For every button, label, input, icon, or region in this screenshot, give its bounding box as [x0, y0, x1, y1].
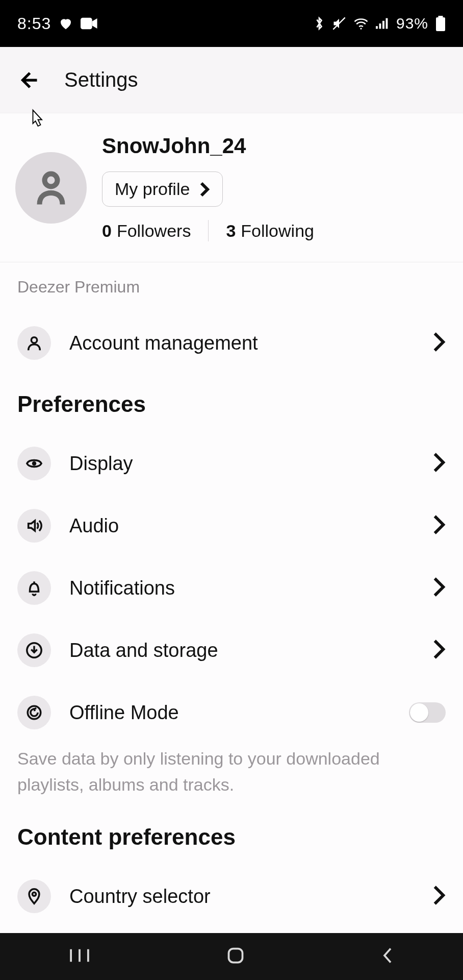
plan-label: Deezer Premium: [15, 262, 448, 312]
profile-block: SnowJohn_24 My profile 0Followers 3Follo…: [0, 113, 463, 262]
offline-icon: [17, 696, 51, 729]
followers-count: 0: [102, 221, 112, 240]
offline-mode-label: Offline Mode: [69, 702, 409, 724]
chevron-right-icon: [432, 332, 446, 354]
svg-rect-18: [228, 949, 242, 963]
svg-point-2: [360, 28, 362, 29]
display-label: Display: [69, 453, 432, 475]
heart-icon: [58, 16, 73, 31]
account-management-row[interactable]: Account management: [15, 312, 448, 374]
content-preferences-heading: Content preferences: [15, 807, 448, 865]
country-selector-row[interactable]: Country selector: [15, 865, 448, 927]
wifi-icon: [353, 17, 369, 30]
svg-rect-5: [382, 21, 384, 29]
bluetooth-icon: [314, 16, 325, 31]
notifications-label: Notifications: [69, 577, 432, 599]
svg-rect-7: [439, 16, 443, 17]
avatar[interactable]: [15, 152, 87, 224]
username: SnowJohn_24: [102, 134, 314, 158]
system-back-button[interactable]: [380, 946, 395, 967]
status-bar: 8:53 93%: [0, 0, 463, 47]
account-management-label: Account management: [69, 332, 432, 354]
svg-rect-4: [379, 23, 381, 29]
svg-point-11: [32, 461, 37, 466]
chevron-right-icon: [432, 514, 446, 537]
app-header: Settings: [0, 47, 463, 113]
svg-rect-6: [385, 18, 388, 29]
following-label: Following: [241, 221, 314, 240]
chevron-right-icon: [432, 639, 446, 662]
following-link[interactable]: 3Following: [226, 221, 314, 241]
chevron-right-icon: [199, 182, 210, 197]
recents-button[interactable]: [68, 947, 91, 966]
offline-mode-toggle[interactable]: [409, 702, 446, 723]
chevron-right-icon: [432, 452, 446, 475]
offline-mode-row: Offline Mode: [15, 681, 448, 744]
display-row[interactable]: Display: [15, 432, 448, 495]
followers-link[interactable]: 0Followers: [102, 221, 191, 241]
person-icon: [17, 326, 51, 360]
preferences-heading: Preferences: [15, 374, 448, 432]
audio-label: Audio: [69, 515, 432, 537]
audio-row[interactable]: Audio: [15, 495, 448, 557]
location-pin-icon: [17, 879, 51, 913]
speaker-icon: [17, 509, 51, 543]
bell-icon: [17, 571, 51, 605]
home-button[interactable]: [226, 946, 245, 967]
svg-rect-8: [436, 17, 445, 31]
svg-point-10: [31, 337, 37, 343]
offline-mode-description: Save data by only listening to your down…: [15, 744, 448, 807]
chevron-right-icon: [432, 885, 446, 908]
chevron-right-icon: [432, 577, 446, 599]
data-storage-row[interactable]: Data and storage: [15, 619, 448, 681]
battery-icon: [435, 16, 446, 31]
eye-icon: [17, 447, 51, 480]
battery-percent: 93%: [396, 15, 428, 32]
data-storage-label: Data and storage: [69, 640, 432, 662]
video-camera-icon: [81, 16, 98, 31]
download-icon: [17, 633, 51, 667]
svg-rect-3: [376, 26, 378, 29]
system-nav-bar: [0, 933, 463, 980]
svg-point-9: [45, 174, 58, 186]
notifications-row[interactable]: Notifications: [15, 557, 448, 619]
following-count: 3: [226, 221, 236, 240]
divider: [208, 220, 209, 241]
status-time: 8:53: [17, 14, 51, 33]
svg-rect-0: [81, 18, 92, 30]
my-profile-button[interactable]: My profile: [102, 172, 223, 207]
signal-icon: [376, 17, 389, 30]
country-selector-label: Country selector: [69, 886, 432, 908]
page-title: Settings: [64, 68, 138, 91]
back-button[interactable]: [10, 62, 46, 98]
followers-label: Followers: [117, 221, 191, 240]
svg-point-14: [32, 892, 36, 896]
my-profile-label: My profile: [115, 179, 190, 199]
mute-icon: [332, 16, 346, 31]
